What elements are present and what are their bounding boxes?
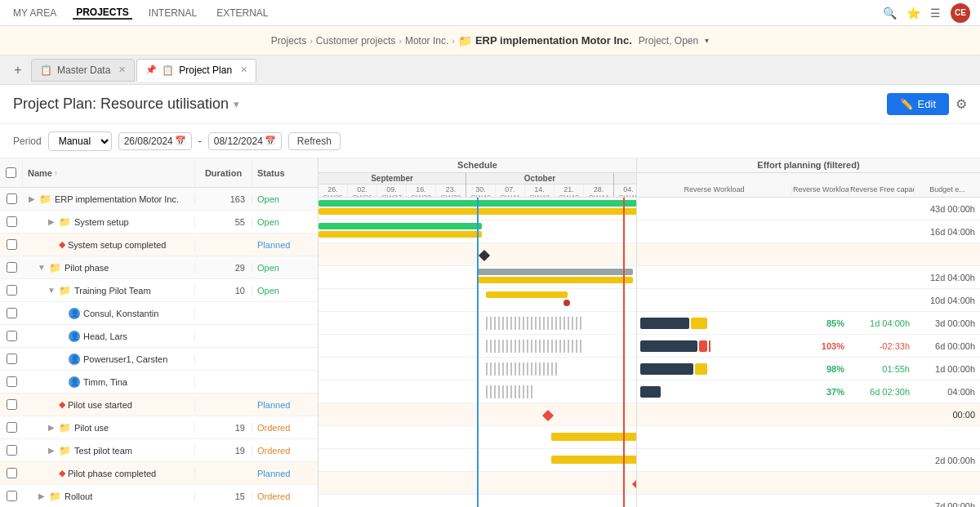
bar-erp-yellow bbox=[318, 208, 636, 215]
check-all[interactable] bbox=[0, 158, 23, 187]
search-icon[interactable]: 🔍 bbox=[883, 7, 897, 20]
page-title-dropdown[interactable]: ▾ bbox=[234, 98, 239, 110]
breadcrumb-dropdown-arrow[interactable]: ▾ bbox=[705, 36, 709, 45]
breadcrumb-motor[interactable]: Motor Inc. bbox=[405, 35, 448, 47]
expand-ro[interactable]: ▶ bbox=[36, 491, 47, 502]
row-system-setup[interactable]: ▶ 📁 System setup 55 Open bbox=[0, 211, 318, 233]
row-status-pu: Ordered bbox=[252, 423, 318, 433]
row-check-tt[interactable] bbox=[0, 376, 23, 387]
tab-project-plan-close[interactable]: ✕ bbox=[240, 64, 247, 75]
month-september: September 26.CW35 02.CW36 09.CW37 16.CW3… bbox=[318, 173, 466, 197]
row-ss-completed[interactable]: ◆ System setup completed Planned bbox=[0, 233, 318, 256]
chart-row-hl bbox=[318, 335, 636, 358]
bar-ss-yellow bbox=[318, 231, 482, 238]
row-check-ssc[interactable] bbox=[0, 239, 23, 250]
expand-erp[interactable]: ▶ bbox=[26, 193, 38, 205]
tab-master-data[interactable]: 📋 Master Data ✕ bbox=[31, 59, 135, 82]
effort-row-erp: 43d 00:00h bbox=[637, 198, 980, 220]
row-erp-impl[interactable]: ▶ 📁 ERP implementation Motor Inc. 163 Op… bbox=[0, 188, 318, 211]
row-check-pc2[interactable] bbox=[0, 468, 23, 478]
row-label-tt: Timm, Tina bbox=[83, 377, 127, 387]
nav-internal[interactable]: INTERNAL bbox=[145, 7, 200, 19]
menu-icon[interactable]: ☰ bbox=[930, 7, 941, 20]
chart-row-pc2 bbox=[318, 472, 636, 495]
row-pilot-phase[interactable]: ▼ 📁 Pilot phase 29 Open bbox=[0, 256, 318, 279]
breadcrumb-current[interactable]: ERP implementation Motor Inc. bbox=[475, 34, 632, 47]
edit-icon: ✏️ bbox=[900, 98, 913, 110]
row-consul[interactable]: 👤 Consul, Konstantin bbox=[0, 302, 318, 325]
star-icon[interactable]: ⭐ bbox=[906, 7, 920, 20]
row-timm[interactable]: 👤 Timm, Tina bbox=[0, 371, 318, 394]
row-pilot-use-started[interactable]: ◆ Pilot use started Planned bbox=[0, 394, 318, 416]
edit-label: Edit bbox=[918, 98, 936, 110]
user-avatar[interactable]: CE bbox=[951, 3, 970, 23]
tab-project-plan[interactable]: 📌 📋 Project Plan ✕ bbox=[136, 59, 256, 82]
breadcrumb-customer[interactable]: Customer projects bbox=[316, 35, 395, 47]
row-check-hl[interactable] bbox=[0, 331, 23, 341]
row-icon-tr: 📁 bbox=[59, 285, 71, 296]
row-training[interactable]: ▼ 📁 Training Pilot Team 10 Open bbox=[0, 279, 318, 302]
select-all-checkbox[interactable] bbox=[6, 167, 16, 178]
date-from-input[interactable]: 26/08/2024 📅 bbox=[118, 132, 192, 150]
bar-erp-green bbox=[318, 200, 636, 207]
breadcrumb-status: Project, Open bbox=[639, 35, 698, 47]
page-title: Project Plan: Resource utilisation bbox=[13, 96, 229, 113]
name-sort-icon[interactable]: ↑ bbox=[54, 169, 58, 177]
row-check-tr[interactable] bbox=[0, 285, 23, 296]
date-to-input[interactable]: 08/12/2024 📅 bbox=[208, 132, 282, 150]
nav-my-area[interactable]: MY AREA bbox=[10, 7, 60, 19]
refresh-button[interactable]: Refresh bbox=[288, 132, 341, 150]
breadcrumb-projects[interactable]: Projects bbox=[271, 35, 306, 47]
row-icon-tp: 📁 bbox=[59, 445, 71, 456]
row-dur-tp: 19 bbox=[195, 446, 252, 456]
effort-pct-ck: 85% bbox=[792, 318, 849, 328]
expand-pu[interactable]: ▶ bbox=[46, 422, 57, 434]
row-test-pilot[interactable]: ▶ 📁 Test pilot team 19 Ordered bbox=[0, 439, 318, 462]
row-rollout[interactable]: ▶ 📁 Rollout 15 Ordered bbox=[0, 485, 318, 507]
row-pilot-completed[interactable]: ◆ Pilot phase completed Planned bbox=[0, 462, 318, 485]
expand-tp[interactable]: ▶ bbox=[46, 445, 57, 456]
row-check-ss[interactable] bbox=[0, 216, 23, 227]
expand-pp[interactable]: ▼ bbox=[36, 262, 47, 274]
tab-master-data-close[interactable]: ✕ bbox=[118, 64, 126, 75]
row-check-ck[interactable] bbox=[0, 308, 23, 318]
edit-button[interactable]: ✏️ Edit bbox=[887, 93, 949, 115]
row-check-erp[interactable] bbox=[0, 193, 23, 204]
effort-pct-pc: 98% bbox=[792, 364, 849, 374]
tab-project-plan-icon: 📋 bbox=[162, 64, 174, 76]
row-name-ssc: ◆ System setup completed bbox=[23, 239, 195, 251]
effort-section-label: Effort planning (filtered) bbox=[637, 158, 980, 172]
effort-wl-bar-tt bbox=[637, 386, 792, 398]
nav-projects[interactable]: PROJECTS bbox=[73, 7, 132, 20]
row-label-pp: Pilot phase bbox=[65, 263, 109, 273]
effort-col-pct: Reverse Workload % bbox=[792, 184, 849, 195]
gantt-rows: ▶ 📁 ERP implementation Motor Inc. 163 Op… bbox=[0, 188, 318, 507]
duration-column-header: Duration bbox=[195, 158, 252, 187]
row-check-ro[interactable] bbox=[0, 491, 23, 501]
loaded-bars-ck bbox=[486, 317, 620, 330]
breadcrumb-sep-2: › bbox=[399, 36, 402, 46]
loaded-bars-tt bbox=[486, 385, 620, 398]
row-check-pp[interactable] bbox=[0, 262, 23, 273]
row-icon-pu: 📁 bbox=[59, 422, 71, 434]
row-label-erp: ERP implementation Motor Inc. bbox=[55, 194, 179, 204]
effort-col-free: Reverse Free capacity bbox=[849, 184, 915, 195]
row-name-ck: 👤 Consul, Konstantin bbox=[23, 308, 195, 319]
effort-free-hl: -02:33h bbox=[849, 341, 915, 351]
schedule-timeline-weeks: September 26.CW35 02.CW36 09.CW37 16.CW3… bbox=[318, 173, 637, 197]
expand-tr[interactable]: ▼ bbox=[46, 285, 57, 296]
filter-icon[interactable]: ⚙ bbox=[956, 96, 967, 112]
row-check-pus[interactable] bbox=[0, 399, 23, 410]
loaded-bars-hl bbox=[486, 340, 620, 353]
row-check-pu[interactable] bbox=[0, 422, 23, 433]
expand-ss[interactable]: ▶ bbox=[46, 216, 57, 228]
row-head-lars[interactable]: 👤 Head, Lars bbox=[0, 325, 318, 348]
tab-add-button[interactable]: + bbox=[7, 59, 29, 82]
row-poweruser[interactable]: 👤 Poweruser1, Carsten bbox=[0, 348, 318, 371]
row-check-pc[interactable] bbox=[0, 354, 23, 364]
row-check-tp[interactable] bbox=[0, 445, 23, 456]
nav-external[interactable]: EXTERNAL bbox=[213, 7, 271, 19]
row-pilot-use[interactable]: ▶ 📁 Pilot use 19 Ordered bbox=[0, 416, 318, 439]
period-select[interactable]: Manual bbox=[48, 131, 112, 151]
row-label-pus: Pilot use started bbox=[68, 400, 132, 410]
